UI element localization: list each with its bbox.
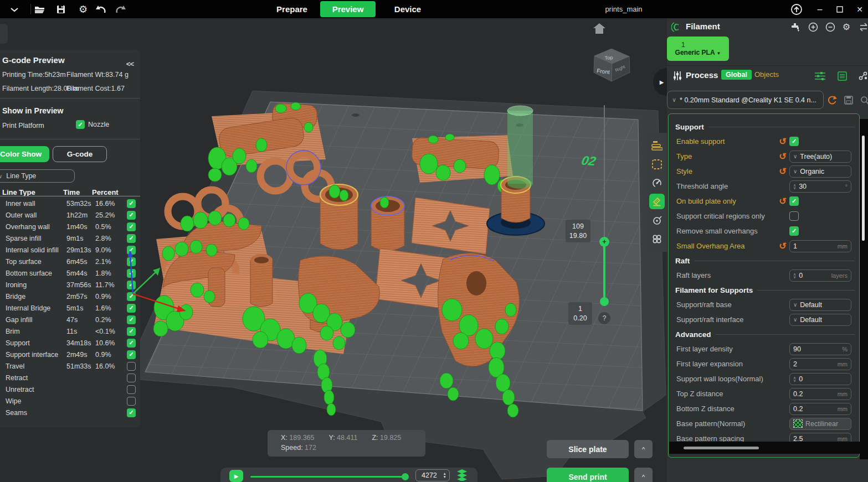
slice-plate-button[interactable]: Slice plate (547, 440, 629, 458)
setting-input[interactable]: 90% (789, 343, 851, 355)
tab-preview[interactable]: Preview (320, 1, 376, 17)
setting-spinner[interactable]: ∧∨0layers (789, 269, 851, 282)
support-settings-icon[interactable] (649, 194, 665, 209)
collapse-panel-button[interactable]: << (126, 60, 133, 68)
color-show-button[interactable]: Color Show (0, 146, 49, 162)
seam-target-icon[interactable] (649, 213, 665, 228)
cloud-upload-icon[interactable] (790, 3, 803, 16)
layer-slider-top-handle[interactable]: + (599, 237, 609, 247)
line-type-checkbox[interactable]: ✓ (127, 408, 136, 417)
setting-select[interactable]: ∨Organic (789, 165, 851, 178)
setting-input[interactable]: 2mm (789, 358, 851, 370)
more-params-clover-icon[interactable] (649, 231, 665, 247)
scrollbar-thumb[interactable] (684, 447, 759, 449)
vertical-scrollbar[interactable] (860, 119, 868, 459)
line-type-checkbox[interactable]: ✓ (127, 199, 136, 208)
plate-icon[interactable] (649, 157, 665, 172)
maximize-button[interactable] (833, 3, 846, 16)
speed-gauge-icon[interactable] (649, 175, 665, 191)
line-type-time: 47s (66, 316, 95, 324)
layers-mode-icon[interactable] (456, 469, 468, 482)
open-file-icon[interactable] (33, 3, 47, 16)
line-type-checkbox[interactable]: ✓ (127, 327, 136, 336)
nozzle-checkbox[interactable]: ✓ (76, 120, 85, 129)
minimize-button[interactable]: – (813, 3, 826, 16)
setting-spinner[interactable]: ∧∨0 (789, 373, 851, 385)
share-nodes-icon[interactable] (858, 70, 868, 81)
line-type-label: Outer wall (2, 211, 66, 219)
send-print-button[interactable]: Send print (547, 468, 629, 482)
reset-preset-icon[interactable] (826, 95, 838, 106)
clipped-icon[interactable] (860, 22, 868, 33)
filament-slot-button[interactable]: 1 Generic PLA ▼ (667, 37, 729, 61)
layer-slider-bottom-handle[interactable] (600, 297, 609, 306)
move-step-input[interactable]: 4272 ▲▼ (415, 469, 450, 481)
gcode-button[interactable]: G-code (53, 146, 107, 162)
toggle-print-platform[interactable]: Print Platform (0, 122, 140, 129)
add-filament-icon[interactable] (808, 22, 819, 33)
setting-checkbox[interactable]: ✓ (789, 137, 799, 146)
line-type-section-toggle[interactable]: ∨ Line Type (0, 169, 75, 183)
slice-options-button[interactable]: ^ (634, 440, 653, 458)
tab-global[interactable]: Global (721, 70, 752, 80)
line-type-checkbox[interactable]: ✓ (127, 222, 136, 231)
settings-gear-icon[interactable]: ⚙ (76, 3, 90, 16)
setting-pattern-select[interactable]: Rectilinear (789, 418, 851, 430)
setting-checkbox[interactable] (789, 211, 799, 221)
layer-height-icon[interactable] (649, 138, 665, 153)
collapsed-panel-tab[interactable] (0, 24, 8, 44)
refill-faucet-icon[interactable] (790, 22, 801, 33)
play-button[interactable]: ▶ (229, 470, 243, 482)
reset-setting-icon[interactable]: ↺ (776, 137, 789, 146)
line-type-checkbox[interactable]: ✓ (127, 339, 136, 348)
setting-row: Remove small overhangs✓ (673, 224, 855, 239)
layer-slider-track[interactable] (604, 105, 605, 242)
reset-setting-icon[interactable]: ↺ (776, 167, 789, 176)
setting-select[interactable]: ∨Tree(auto) (789, 151, 851, 163)
line-type-checkbox[interactable]: ✓ (127, 350, 136, 359)
home-icon[interactable] (593, 23, 605, 34)
tab-device[interactable]: Device (384, 0, 431, 18)
close-button[interactable]: ✕ (853, 3, 866, 16)
view-cube[interactable]: Top Front Right (594, 49, 630, 81)
setting-input[interactable]: 0.2mm (789, 388, 851, 400)
line-type-checkbox[interactable]: ✓ (127, 211, 136, 220)
line-type-checkbox[interactable] (127, 385, 136, 394)
quick-settings-toolbar (646, 133, 667, 252)
setting-checkbox[interactable]: ✓ (789, 226, 799, 236)
tab-objects[interactable]: Objects (754, 70, 779, 79)
help-button[interactable]: ? (598, 312, 610, 324)
scrollbar-thumb[interactable] (862, 136, 865, 241)
chevron-down-icon[interactable] (8, 3, 21, 16)
line-type-checkbox[interactable] (127, 362, 136, 371)
save-preset-icon[interactable] (843, 95, 854, 106)
progress-slider[interactable] (250, 476, 405, 478)
save-icon[interactable] (54, 3, 68, 16)
tab-prepare[interactable]: Prepare (267, 0, 317, 18)
setting-spinner[interactable]: ∧∨30° (789, 180, 851, 193)
process-preset-select[interactable]: ∨ * 0.20mm Standard @Creality K1 SE 0.4 … (667, 91, 824, 109)
setting-input[interactable]: 1mm (789, 240, 851, 252)
reset-setting-icon[interactable]: ↺ (776, 197, 789, 206)
progress-slider-handle[interactable] (402, 473, 409, 480)
param-list-icon[interactable] (814, 70, 825, 81)
reset-setting-icon[interactable]: ↺ (776, 152, 789, 161)
setting-input[interactable]: 0.2mm (789, 403, 851, 415)
reset-setting-icon[interactable]: ↺ (776, 242, 789, 251)
line-type-checkbox[interactable] (127, 374, 136, 382)
remove-filament-icon[interactable] (825, 22, 836, 33)
setting-select[interactable]: ∨Default (789, 299, 851, 311)
line-type-checkbox[interactable] (127, 397, 136, 406)
search-icon[interactable] (860, 95, 868, 106)
undo-icon[interactable] (94, 3, 107, 16)
setting-select[interactable]: ∨Default (789, 314, 851, 326)
filament-settings-gear-icon[interactable]: ⚙ (841, 21, 852, 32)
detail-list-icon[interactable] (836, 70, 848, 81)
horizontal-scrollbar[interactable] (669, 442, 861, 454)
redo-icon[interactable] (114, 3, 127, 16)
send-options-button[interactable]: ^ (634, 468, 653, 482)
stepper-arrows[interactable]: ▲▼ (443, 472, 446, 479)
toggle-nozzle[interactable]: ✓ Nozzle (76, 120, 109, 129)
setting-checkbox[interactable]: ✓ (789, 196, 799, 206)
layer-slider-range[interactable] (603, 242, 605, 302)
